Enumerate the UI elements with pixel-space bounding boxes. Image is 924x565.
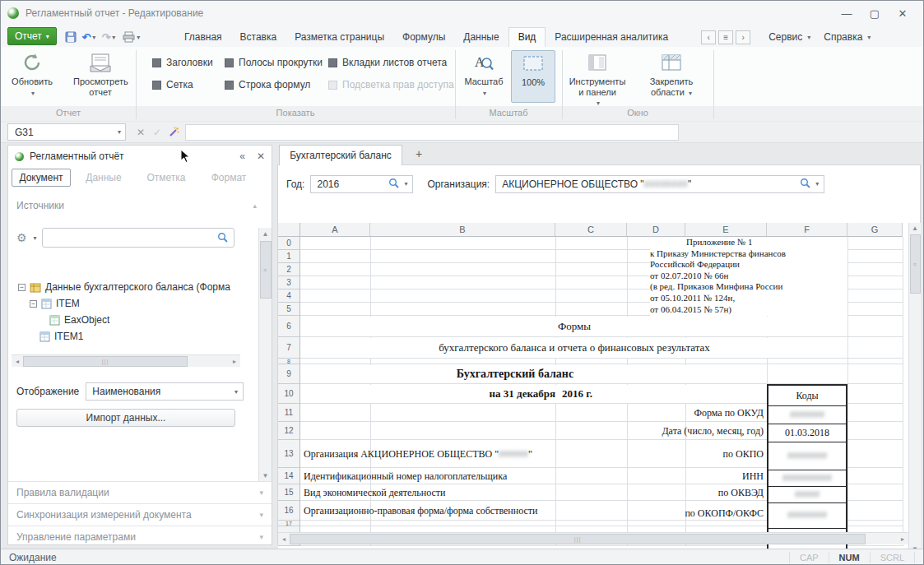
close-button[interactable]: ✕ <box>889 3 917 23</box>
cell-okud-label[interactable]: Форма по ОКУД <box>566 404 764 422</box>
cancel-entry-button[interactable]: ✕ <box>132 124 149 141</box>
cell-okved-code-label[interactable]: по ОКВЭД <box>566 484 764 501</box>
column-header-b[interactable]: B <box>370 223 555 237</box>
row-header[interactable]: 8 <box>278 359 300 364</box>
row-header[interactable]: 4 <box>278 289 300 303</box>
row-header[interactable]: 3 <box>278 276 300 289</box>
search-icon[interactable] <box>388 178 399 191</box>
ribbon-list-button[interactable]: ≡ <box>718 30 733 44</box>
row-header[interactable]: 15 <box>278 484 300 501</box>
collapse-node-icon[interactable]: − <box>30 300 37 308</box>
refresh-button[interactable]: Обновить ▾ <box>9 50 55 99</box>
help-menu[interactable]: Справка▾ <box>817 28 877 47</box>
checkbox-scrollbars[interactable]: Полосы прокрутки <box>225 57 323 68</box>
report-menu-button[interactable]: Отчет ▾ <box>7 27 57 45</box>
cell-okved-value[interactable]: ##### <box>768 486 846 502</box>
scrollbar-thumb[interactable]: ≡ <box>910 234 921 294</box>
row-header[interactable]: 6 <box>278 316 300 337</box>
section-validation-rules[interactable]: Правила валидации ▾ <box>8 481 272 503</box>
cell-date-label[interactable]: Дата (число, месяц, год) <box>566 422 764 440</box>
cell-opf-value[interactable]: ######## <box>768 502 846 528</box>
scroll-right-icon[interactable]: ▸ <box>897 535 908 543</box>
checkbox-headers[interactable]: Заголовки <box>152 57 213 68</box>
formula-input[interactable] <box>185 124 679 141</box>
ribbon-tab-home[interactable]: Главная <box>175 28 231 47</box>
row-header[interactable]: 1 <box>278 250 300 263</box>
cell-report-date[interactable]: на 31 декабря 2016 г. <box>370 385 767 403</box>
cell-organization-row[interactable]: Организация АКЦИОНЕРНОЕ ОБЩЕСТВО "######… <box>304 440 532 468</box>
undo-button[interactable]: ↶▾ <box>80 29 98 45</box>
sheet-vertical-scrollbar[interactable]: ▲ ≡ ▼ <box>908 223 921 554</box>
row-header[interactable]: 12 <box>278 422 300 440</box>
tools-panels-button[interactable]: Инструменты и панели ▾ <box>569 50 626 109</box>
ribbon-tab-insert[interactable]: Вставка <box>231 28 286 47</box>
freeze-panes-button[interactable]: Закрепить области ▾ <box>634 50 708 99</box>
service-menu[interactable]: Сервис▾ <box>762 28 817 47</box>
checkbox-grid[interactable]: Сетка <box>152 79 193 90</box>
column-header-a[interactable]: A <box>300 223 370 237</box>
row-header[interactable]: 13 <box>278 440 300 468</box>
scroll-left-icon[interactable]: ◂ <box>12 358 23 365</box>
cell-codes-header[interactable]: Коды <box>768 386 846 405</box>
add-sheet-button[interactable]: + <box>416 147 422 160</box>
sheet-tab-balance[interactable]: Бухгалтерский баланс <box>279 145 402 165</box>
checkbox-formula-row[interactable]: Строка формул <box>225 79 310 90</box>
panel-vertical-scrollbar[interactable]: ▲ ≡ ▼ <box>258 228 272 481</box>
cell-date-value[interactable]: 01.03.2018 <box>768 424 846 442</box>
spreadsheet-grid[interactable]: A B C D E F G 0 1 2 3 4 5 6 7 8 9 <box>278 223 909 554</box>
cell-title-forms[interactable]: Формы <box>301 317 847 336</box>
scroll-right-icon[interactable]: ▸ <box>229 358 240 365</box>
row-header[interactable]: 7 <box>278 337 300 359</box>
column-header-f[interactable]: F <box>767 223 847 237</box>
cell-inn-label[interactable]: Идентификационный номер налогоплательщик… <box>304 468 507 484</box>
tree-node-item1[interactable]: ITEM1 <box>18 328 242 345</box>
cell-inn-value[interactable]: ########## <box>768 470 846 486</box>
redo-button[interactable]: ↷▾ <box>98 29 119 45</box>
row-header[interactable]: 5 <box>278 303 300 316</box>
cell-opf-code-label[interactable]: по ОКОПФ/ОКФС <box>566 501 764 526</box>
row-header[interactable]: 9 <box>278 364 300 384</box>
preview-report-button[interactable]: Просмотреть отчет <box>73 50 128 98</box>
row-header[interactable]: 14 <box>278 468 300 484</box>
minimize-button[interactable]: — <box>833 3 861 23</box>
scroll-down-icon[interactable]: ▼ <box>259 470 272 481</box>
scroll-left-icon[interactable]: ◂ <box>278 535 290 543</box>
scrollbar-thumb[interactable]: ||| <box>290 534 866 544</box>
search-icon[interactable] <box>800 178 810 191</box>
scrollbar-thumb[interactable]: ||| <box>23 356 188 367</box>
year-combo[interactable]: 2016 ▾ <box>310 175 413 193</box>
grid-corner[interactable] <box>278 223 300 237</box>
tree-node-eaxobject[interactable]: EaxObject <box>18 312 242 328</box>
panel-tab-document[interactable]: Документ <box>12 169 71 187</box>
section-dimension-sync[interactable]: Синхронизация измерений документа ▾ <box>8 503 272 526</box>
column-header-d[interactable]: D <box>627 223 685 237</box>
print-button[interactable]: ▾ <box>119 29 144 45</box>
import-data-button[interactable]: Импорт данных... <box>16 409 235 427</box>
row-header[interactable]: 17 <box>278 521 300 526</box>
tree-horizontal-scrollbar[interactable]: ◂ ||| ▸ <box>12 354 240 367</box>
cell-okved-label[interactable]: Вид экономической деятельности <box>304 484 445 501</box>
column-header-g[interactable]: G <box>847 223 903 237</box>
scroll-up-icon[interactable]: ▲ <box>909 223 921 234</box>
cell-okpo-value[interactable]: ######## <box>768 442 846 470</box>
close-panel-icon[interactable]: ✕ <box>257 151 265 162</box>
column-header-e[interactable]: E <box>685 223 767 237</box>
scrollbar-thumb[interactable]: ≡ <box>260 241 272 299</box>
gear-icon[interactable]: ⚙ <box>16 231 27 244</box>
ribbon-tab-view[interactable]: Вид <box>508 27 546 47</box>
ribbon-prev-button[interactable]: ‹ <box>701 30 716 44</box>
cell-opf-label[interactable]: Организационно-правовая форма/форма собс… <box>304 501 537 521</box>
cell-name-box[interactable]: G31 ▾ <box>7 123 126 141</box>
search-icon[interactable] <box>217 232 228 245</box>
section-parameter-management[interactable]: Управление параметрами ▾ <box>8 526 272 548</box>
ribbon-tab-formulas[interactable]: Формулы <box>393 28 454 47</box>
sources-section-header[interactable]: Источники ▴ <box>8 193 272 218</box>
sheet-horizontal-scrollbar[interactable]: ◂ ||| ▸ <box>278 532 908 544</box>
ribbon-tab-page-layout[interactable]: Разметка страницы <box>286 28 393 47</box>
ribbon-tab-advanced-analytics[interactable]: Расширенная аналитика <box>546 28 677 47</box>
maximize-button[interactable]: ▢ <box>861 3 889 23</box>
display-dropdown[interactable]: Наименования ▾ <box>86 382 244 401</box>
ribbon-tab-data[interactable]: Данные <box>454 28 508 47</box>
tree-node-root[interactable]: − Данные бухгалтерского баланса (Форма <box>18 279 242 295</box>
cell-okpo-label[interactable]: по ОКПО <box>566 440 764 468</box>
